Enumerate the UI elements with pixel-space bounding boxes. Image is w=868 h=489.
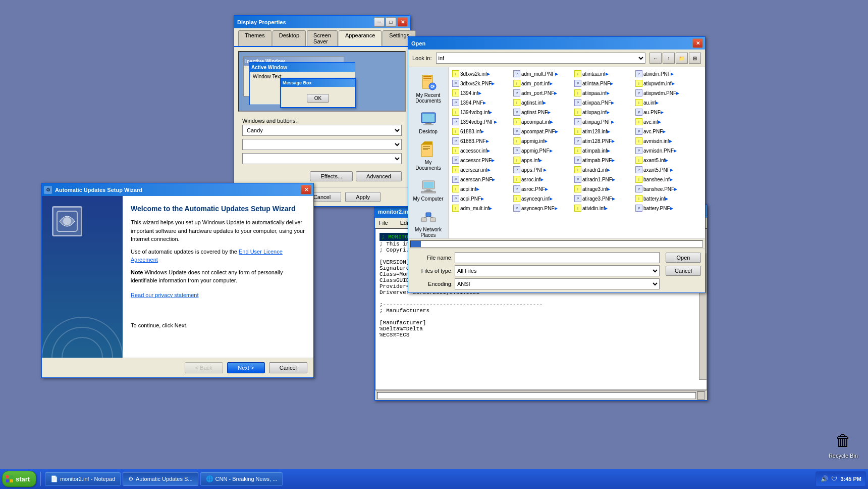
file-item[interactable]: Iadm_port.inf▶ — [512, 79, 572, 88]
file-item[interactable]: Iapps.inf▶ — [512, 156, 572, 165]
file-menu[interactable]: File — [376, 219, 391, 227]
file-item[interactable]: Pavc.PNF▶ — [634, 127, 694, 136]
file-item[interactable]: Pasroc.PNF▶ — [512, 184, 572, 193]
file-item[interactable]: P61883.PNF▶ — [451, 136, 511, 145]
file-item[interactable]: Iadm_mult.inf▶ — [451, 204, 511, 213]
effects-btn[interactable]: Effects... — [310, 171, 353, 181]
file-item[interactable]: Pasynceqn.PNF▶ — [512, 204, 572, 213]
sidebar-item-mydocs[interactable]: My Documents — [411, 138, 446, 173]
file-item[interactable]: Padm_mult.PNF▶ — [512, 69, 572, 78]
file-item[interactable]: Iapcompat.inf▶ — [512, 117, 572, 126]
file-item[interactable]: Iasroc.inf▶ — [512, 175, 572, 184]
file-item[interactable]: Iaccessor.inf▶ — [451, 146, 511, 155]
file-item[interactable]: Pbanshee.PNF▶ — [634, 184, 694, 193]
file-item[interactable]: Patixpwdm.PNF▶ — [634, 88, 694, 97]
file-item[interactable]: Iatiixpag.inf▶ — [573, 108, 633, 117]
file-item[interactable]: Pbattery.PNF▶ — [634, 204, 694, 213]
file-item[interactable]: Iaxant5.inf▶ — [634, 156, 694, 165]
font-size-select[interactable] — [242, 153, 402, 164]
file-item[interactable]: Iatimpab.inf▶ — [573, 146, 633, 155]
windows-buttons-select[interactable]: Candy — [242, 125, 402, 136]
file-item[interactable]: I61883.inf▶ — [451, 127, 511, 136]
open-btn[interactable]: Open — [666, 253, 701, 263]
msgbox-ok-btn[interactable]: OK — [307, 94, 329, 103]
file-item[interactable]: Iatiixpaa.inf▶ — [573, 88, 633, 97]
filename-input[interactable] — [455, 252, 660, 263]
tab-desktop[interactable]: Desktop — [273, 30, 306, 46]
taskbar-item-cnn[interactable]: 🌐 CNN - Breaking News, ... — [200, 472, 283, 486]
advanced-btn[interactable]: Advanced — [356, 171, 402, 181]
file-item[interactable]: Iacerscan.inf▶ — [451, 165, 511, 174]
next-btn[interactable]: Next > — [227, 362, 265, 373]
file-item[interactable]: Iagtinst.inf▶ — [512, 98, 572, 107]
file-item[interactable]: Iatividin.inf▶ — [573, 204, 633, 213]
file-item[interactable]: P1394.PNF▶ — [451, 98, 511, 107]
file-item[interactable]: Patirage3.PNF▶ — [573, 194, 633, 203]
file-item[interactable]: Iau.inf▶ — [634, 98, 694, 107]
cancel-btn[interactable]: Cancel — [666, 266, 701, 276]
file-item[interactable]: Iasynceqn.inf▶ — [512, 194, 572, 203]
file-item[interactable]: Ibanshee.inf▶ — [634, 175, 694, 184]
file-item[interactable]: Paxant5.PNF▶ — [634, 165, 694, 174]
tab-appearance[interactable]: Appearance — [339, 30, 382, 46]
file-item[interactable]: Pagtinst.PNF▶ — [512, 108, 572, 117]
display-props-maximize-btn[interactable]: □ — [386, 17, 396, 27]
new-folder-btn[interactable]: 📁 — [676, 53, 688, 64]
file-item[interactable]: I1394vdbg.inf▶ — [451, 108, 511, 117]
back-btn[interactable]: < Back — [185, 362, 223, 373]
file-item[interactable]: Iavc.inf▶ — [634, 117, 694, 126]
file-item[interactable]: P1394vdbg.PNF▶ — [451, 117, 511, 126]
file-item[interactable]: Pappmig.PNF▶ — [512, 146, 572, 155]
file-item[interactable]: P3dfxvs2k.PNF▶ — [451, 79, 511, 88]
look-in-select[interactable]: inf — [436, 53, 645, 64]
start-button[interactable]: start — [2, 471, 36, 487]
file-item[interactable]: Iatixpwdm.inf▶ — [634, 79, 694, 88]
tab-screensaver[interactable]: Screen Saver — [307, 30, 338, 46]
file-item[interactable]: Iacpi.inf▶ — [451, 184, 511, 193]
file-item[interactable]: Patiradn1.PNF▶ — [573, 175, 633, 184]
file-item[interactable]: Patiixpag.PNF▶ — [573, 117, 633, 126]
file-item[interactable]: Patimpab.PNF▶ — [573, 156, 633, 165]
file-item[interactable]: Padm_port.PNF▶ — [512, 88, 572, 97]
tab-themes[interactable]: Themes — [238, 30, 272, 46]
file-item[interactable]: I3dfxvs2k.inf▶ — [451, 69, 511, 78]
sidebar-item-desktop[interactable]: Desktop — [411, 108, 446, 136]
sidebar-item-recent[interactable]: ⟳ My Recent Documents — [411, 71, 446, 106]
file-item[interactable]: Pacerscan.PNF▶ — [451, 175, 511, 184]
wizard-close-btn[interactable]: ✕ — [301, 185, 311, 194]
file-item[interactable]: Iappmig.inf▶ — [512, 136, 572, 145]
file-item[interactable]: Papps.PNF▶ — [512, 165, 572, 174]
open-dialog-close-btn[interactable]: ✕ — [692, 38, 703, 48]
file-item[interactable]: Paccessor.PNF▶ — [451, 156, 511, 165]
sidebar-item-network[interactable]: My Network Places — [411, 206, 446, 240]
file-item[interactable]: Iatiintaa.inf▶ — [573, 69, 633, 78]
display-props-close-btn[interactable]: ✕ — [397, 17, 408, 27]
wizard-cancel-btn[interactable]: Cancel — [269, 362, 307, 373]
file-item[interactable]: Papcompat.PNF▶ — [512, 127, 572, 136]
view-btn[interactable]: ⊞ — [689, 53, 701, 64]
file-item[interactable]: Iatiradn1.inf▶ — [573, 165, 633, 174]
file-item[interactable]: Ibattery.inf▶ — [634, 194, 694, 203]
display-apply-btn[interactable]: Apply — [345, 192, 381, 202]
up-btn[interactable]: ↑ — [663, 53, 675, 64]
file-item[interactable]: I1394.inf▶ — [451, 88, 511, 97]
taskbar-item-wizard[interactable]: ⚙ Automatic Updates S... — [123, 472, 198, 486]
file-item[interactable]: Pavmisdn.PNF▶ — [634, 146, 694, 155]
back-btn[interactable]: ← — [649, 53, 662, 64]
filetype-select[interactable]: All Files — [455, 265, 660, 276]
recycle-bin[interactable]: 🗑 Recycle Bin — [829, 428, 858, 459]
file-item[interactable]: Iatirage3.inf▶ — [573, 184, 633, 193]
file-item[interactable]: Pacpi.PNF▶ — [451, 194, 511, 203]
taskbar-item-notepad[interactable]: 📄 monitor2.inf - Notepad — [45, 472, 121, 486]
privacy-link[interactable]: Read our privacy statement — [131, 292, 199, 298]
file-item[interactable]: Patim128.PNF▶ — [573, 136, 633, 145]
file-item[interactable]: Patiintaa.PNF▶ — [573, 79, 633, 88]
file-item[interactable]: Iavmisdn.inf▶ — [634, 136, 694, 145]
file-item[interactable]: Patiixpaa.PNF▶ — [573, 98, 633, 107]
display-props-minimize-btn[interactable]: ─ — [374, 17, 385, 27]
file-item[interactable]: Iatim128.inf▶ — [573, 127, 633, 136]
file-item[interactable]: Patividin.PNF▶ — [634, 69, 694, 78]
encoding-select[interactable]: ANSI — [455, 278, 660, 289]
sidebar-item-mycomputer[interactable]: My Computer — [411, 175, 446, 204]
color-scheme-select[interactable] — [242, 139, 402, 150]
